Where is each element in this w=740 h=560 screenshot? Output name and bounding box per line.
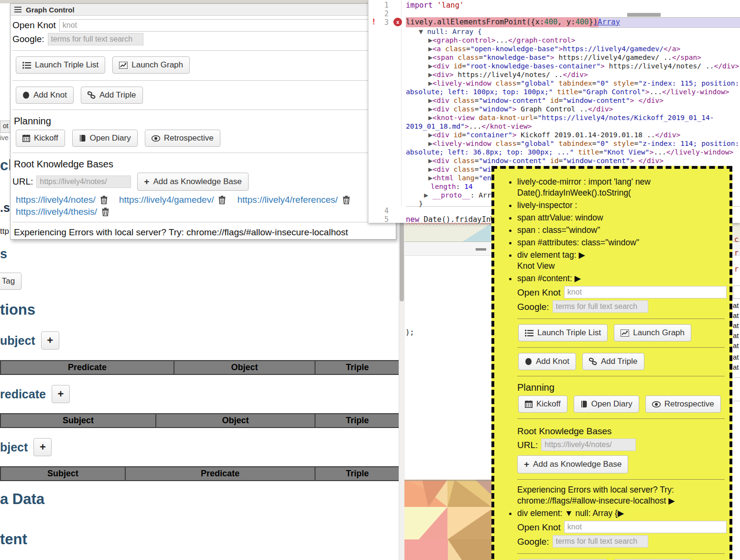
open-knot-input[interactable] <box>564 521 727 533</box>
knowledge-base-link[interactable]: https://lively4/notes/ <box>16 195 96 205</box>
trash-icon[interactable] <box>218 196 226 204</box>
trash-icon[interactable] <box>102 208 109 216</box>
google-label: Google: <box>12 34 44 44</box>
retrospective-button[interactable]: Retrospective <box>145 130 220 147</box>
launch-triple-list-button[interactable]: Launch Triple List <box>518 324 608 341</box>
eye-icon <box>152 135 160 142</box>
relations-heading: tions <box>0 301 35 318</box>
google-search-input[interactable] <box>553 300 648 313</box>
tree-node[interactable]: ▶<knot-view data-knot-url="https://livel… <box>406 113 740 131</box>
bullet-span-attributes[interactable]: span #attributes: class="window" <box>517 237 725 248</box>
array-annotation-link[interactable]: :Array <box>593 18 620 26</box>
plus-icon: + <box>144 176 149 187</box>
kickoff-button[interactable]: Kickoff <box>518 395 567 413</box>
content-heading: tent <box>0 531 27 548</box>
window-menu-icon[interactable] <box>14 7 22 12</box>
add-subject-button[interactable]: + <box>41 331 59 350</box>
occluded-code-fragment: r <box>734 249 739 257</box>
tree-node[interactable]: ▶<a class="open-knowledge-base">https://… <box>406 44 740 53</box>
add-as-knowledge-base-button[interactable]: + Add as Knowledge Base <box>137 173 248 191</box>
knowledge-base-link[interactable]: https://lively4/references/ <box>237 195 337 205</box>
calendar-icon <box>525 400 533 408</box>
launch-triple-list-button[interactable]: Launch Triple List <box>16 56 105 74</box>
calendar-icon <box>22 134 30 142</box>
tree-node[interactable]: ▶<graph-control>...</graph-control> <box>406 36 740 44</box>
launch-graph-button[interactable]: Launch Graph <box>614 324 691 341</box>
error-badge-icon[interactable]: x <box>393 18 402 26</box>
occluded-heading-s: s <box>0 247 7 262</box>
retrospective-button[interactable]: Retrospective <box>645 395 721 413</box>
code-line-3: lively.allElementsFromPoint({x:400, y:40… <box>406 18 599 26</box>
tree-node[interactable]: ▶<span class="knowledge-base"> https://l… <box>406 53 740 62</box>
subject-section-heading: ubject + <box>0 331 59 350</box>
line-number: 5 <box>369 215 389 224</box>
table-header-cell: Object <box>174 361 316 374</box>
knowledge-base-url-input[interactable] <box>541 439 636 451</box>
divider <box>517 318 725 319</box>
knowledge-base-url-input[interactable] <box>36 176 131 188</box>
expand-arrow-icon[interactable]: ▶ <box>668 496 675 505</box>
bullet-div-element[interactable]: div element: ▼ null: Array {▶ Open Knot … <box>517 508 725 560</box>
minimize-icon[interactable] <box>476 248 486 251</box>
root-knowledge-bases-heading: Root Knowledge Bases <box>14 159 392 170</box>
graph-control-window: Graph Control Open Knot Google: Launch T… <box>10 3 396 240</box>
occluded-text-dot-s: .s <box>0 201 10 215</box>
knowledge-base-link[interactable]: https://lively4/gamedev/ <box>119 195 214 205</box>
add-triple-button[interactable]: Add Triple <box>582 353 644 370</box>
occluded-text-fragment: at <box>733 311 739 319</box>
bullet-attr-value[interactable]: span attrValue: window <box>517 212 725 223</box>
window-titlebar[interactable]: Graph Control <box>11 4 396 16</box>
tree-node[interactable]: ▶<div class="window-content" id="window-… <box>406 96 740 105</box>
add-triple-button[interactable]: Add Triple <box>81 87 143 104</box>
open-diary-button[interactable]: Open Diary <box>574 395 639 413</box>
list-icon <box>525 329 533 337</box>
bullet-span-class[interactable]: span : class="window" <box>517 225 725 236</box>
embedded-graph-control-form: Open Knot Google: Launch Triple List <box>517 286 725 506</box>
tree-node[interactable]: ▶<div id="root-knowledge-bases-container… <box>406 62 740 70</box>
planning-heading: Planning <box>14 116 392 127</box>
google-search-input[interactable] <box>553 535 648 548</box>
table-header-cell: Subject <box>1 414 156 427</box>
add-predicate-button[interactable]: + <box>52 385 70 403</box>
knowledge-base-link[interactable]: https://lively4/thesis/ <box>16 207 97 217</box>
knowledge-base-item: https://lively4/gamedev/ <box>119 195 226 205</box>
divider <box>517 376 725 376</box>
add-knot-button[interactable]: Add Knot <box>518 353 576 370</box>
occluded-text-fragment: at <box>733 321 739 329</box>
add-as-knowledge-base-button[interactable]: + Add as Knowledge Base <box>517 455 628 473</box>
tree-node[interactable]: ▶<div class="window-content" id="window-… <box>406 156 740 165</box>
tree-node[interactable]: ▶<div> https://lively4/notes/ ..</div> <box>406 70 740 79</box>
google-label: Google: <box>517 301 549 312</box>
add-object-button[interactable]: + <box>33 438 52 456</box>
add-knot-button[interactable]: Add Knot <box>16 87 74 104</box>
tree-node[interactable]: ▶<div id="container"> Kickoff 2019.01.14… <box>406 131 740 139</box>
open-knot-input[interactable] <box>564 286 727 298</box>
occluded-text-fragment: at <box>733 341 739 350</box>
eye-icon <box>652 401 661 407</box>
code-line-5: new Date().fridayInW <box>406 215 495 224</box>
knowledge-base-item: https://lively4/references/ <box>237 195 349 205</box>
launch-graph-button[interactable]: Launch Graph <box>112 56 190 74</box>
open-diary-button[interactable]: Open Diary <box>72 130 138 147</box>
tree-node[interactable]: ▼ null: Array { <box>406 27 740 36</box>
trash-icon[interactable] <box>100 196 108 204</box>
add-tag-button[interactable]: d Tag <box>0 273 22 290</box>
object-section-heading: bject + <box>0 438 52 456</box>
google-search-input[interactable] <box>48 33 143 45</box>
bullet-inspector[interactable]: lively-inspector : <box>517 200 725 211</box>
occluded-text-fragment: at <box>733 353 739 361</box>
gutter-separator <box>401 0 402 206</box>
line-number: 1 <box>369 1 389 10</box>
occluded-text-fragment: at <box>733 331 739 340</box>
bullet-span-content[interactable]: span #content: ▶ Open Knot Google: <box>517 273 725 506</box>
root-knowledge-bases-heading: Root Knowledge Bases <box>517 426 725 437</box>
error-highlight: lively.allElementsFromPoint({x:400, y:40… <box>406 17 599 27</box>
tree-node[interactable]: ▶<lively-window class="global" tabindex=… <box>406 79 740 96</box>
bullet-div-tag[interactable]: div element tag: ▶ Knot View <box>517 250 725 272</box>
open-knot-input[interactable] <box>59 19 394 32</box>
bullet-code-mirror[interactable]: lively-code-mirror : import 'lang' new D… <box>517 176 725 198</box>
trash-icon[interactable] <box>343 196 350 204</box>
tree-node[interactable]: ▶<lively-window class="global" tabindex=… <box>406 139 740 156</box>
kickoff-button[interactable]: Kickoff <box>16 130 65 147</box>
tree-node[interactable]: ▶<div class="window"> Graph Control ..</… <box>406 105 740 113</box>
